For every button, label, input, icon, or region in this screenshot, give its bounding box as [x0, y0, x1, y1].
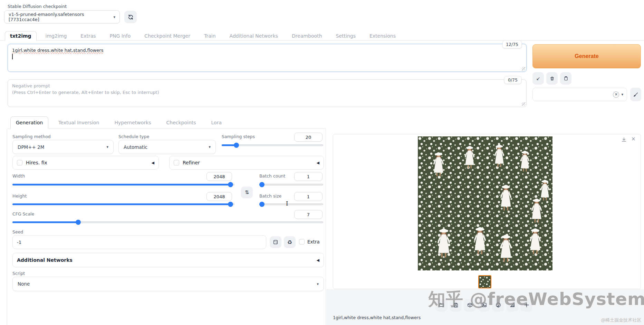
script-select[interactable]: None ▾ — [12, 277, 324, 291]
negative-prompt-placeholder-title: Negative prompt — [12, 83, 522, 89]
checkpoint-select[interactable]: v1-5-pruned-emaonly.safetensors [7731cca… — [4, 10, 120, 23]
open-folder-button[interactable] — [436, 299, 447, 311]
paste-generation-params-button[interactable]: ↙ — [532, 72, 544, 85]
schedule-type-value: Automatic — [124, 144, 147, 150]
subtab-hypernetworks[interactable]: Hypernetworks — [109, 117, 156, 128]
recycle-icon: ♻ — [287, 239, 292, 246]
sparkle-icon — [524, 302, 529, 308]
tab-extras[interactable]: Extras — [76, 31, 100, 40]
tab-extensions[interactable]: Extensions — [365, 31, 401, 40]
tab-dreambooth[interactable]: Dreambooth — [287, 31, 327, 40]
clipboard-icon — [564, 76, 568, 81]
collapse-left-icon: ◀ — [317, 258, 319, 262]
save-zip-icon — [467, 302, 473, 308]
width-input[interactable] — [206, 172, 232, 181]
random-seed-button[interactable] — [270, 236, 281, 248]
swap-width-height-button[interactable]: ⇅ — [241, 187, 253, 198]
refiner-checkbox[interactable] — [174, 160, 179, 165]
height-input[interactable] — [206, 192, 232, 201]
apply-styles-button[interactable] — [560, 72, 571, 85]
subtab-checkpoints[interactable]: Checkpoints — [161, 117, 201, 128]
batch-size-slider[interactable] — [259, 201, 323, 207]
width-label: Width — [12, 173, 25, 179]
save-image-button[interactable] — [450, 299, 461, 311]
generate-button[interactable]: Generate — [532, 44, 641, 68]
resize-handle[interactable] — [522, 102, 525, 106]
gallery-thumbnail-selected[interactable] — [478, 275, 491, 288]
prompt-tools-row: ↙ — [532, 72, 571, 85]
paintbrush-icon — [633, 92, 638, 97]
refresh-checkpoint-button[interactable] — [124, 11, 137, 23]
collapse-left-icon: ◀ — [152, 161, 154, 165]
styles-dropdown[interactable]: ✕ ▾ — [532, 88, 627, 101]
download-image-icon[interactable] — [621, 137, 627, 142]
subtab-lora[interactable]: Lora — [206, 117, 227, 128]
height-slider[interactable] — [12, 201, 234, 207]
clear-styles-icon[interactable]: ✕ — [613, 92, 619, 98]
extra-seed-label: Extra — [307, 239, 320, 245]
sampling-steps-slider[interactable] — [222, 142, 323, 148]
collapse-left-icon: ◀ — [317, 161, 319, 165]
batch-count-input[interactable] — [294, 172, 323, 181]
close-gallery-icon[interactable]: × — [631, 136, 636, 142]
batch-count-label: Batch count — [259, 173, 285, 179]
schedule-type-select[interactable]: Automatic ▾ — [118, 140, 216, 154]
chevron-down-icon: ▾ — [106, 145, 108, 149]
cfg-scale-slider[interactable] — [12, 219, 323, 225]
additional-networks-accordion[interactable]: Additional Networks ◀ — [12, 253, 324, 267]
prompt-textarea[interactable]: 1girl,white dress,white hat,stand,flower… — [8, 44, 527, 72]
send-to-img2img-icon — [481, 302, 487, 308]
hires-fix-accordion[interactable]: Hires. fix ◀ — [12, 156, 159, 170]
sampling-method-label: Sampling method — [12, 134, 51, 139]
send-to-img2img-button[interactable] — [478, 299, 490, 311]
extra-seed-checkbox[interactable] — [299, 239, 305, 245]
text-caret — [12, 54, 13, 59]
refresh-icon — [128, 14, 134, 20]
send-to-extras-button[interactable] — [507, 299, 518, 311]
subtab-generation[interactable]: Generation — [10, 116, 48, 129]
sampling-steps-label: Sampling steps — [222, 134, 255, 139]
tab-png-info[interactable]: PNG Info — [105, 31, 136, 40]
refiner-accordion[interactable]: Refiner ◀ — [169, 156, 324, 170]
tab-additional-networks[interactable]: Additional Networks — [225, 31, 283, 40]
save-zip-button[interactable] — [464, 299, 475, 311]
edit-styles-button[interactable] — [630, 88, 641, 101]
dice-icon — [273, 239, 278, 245]
tab-txt2img[interactable]: txt2img — [5, 31, 37, 41]
batch-count-slider[interactable] — [259, 182, 323, 187]
tab-settings[interactable]: Settings — [331, 31, 361, 40]
hires-fix-label: Hires. fix — [26, 160, 47, 165]
chevron-down-icon: ▾ — [317, 282, 319, 286]
swap-icon: ⇅ — [245, 189, 249, 195]
negative-prompt-placeholder-hint: (Press Ctrl+Enter to generate, Alt+Enter… — [12, 89, 522, 96]
tab-train[interactable]: Train — [199, 31, 221, 40]
generated-image[interactable] — [418, 136, 552, 270]
negative-prompt-textarea[interactable]: Negative prompt (Press Ctrl+Enter to gen… — [8, 79, 527, 107]
send-to-inpaint-button[interactable] — [492, 299, 504, 311]
batch-size-input[interactable] — [294, 192, 323, 201]
width-slider[interactable] — [12, 182, 234, 187]
additional-networks-label: Additional Networks — [17, 257, 73, 263]
save-icon — [453, 303, 458, 308]
image-caption: 1girl,white dress,white hat,stand,flower… — [333, 315, 421, 320]
sampling-method-value: DPM++ 2M — [18, 144, 44, 150]
sub-tab-bar: Generation Textual Inversion Hypernetwor… — [8, 115, 326, 129]
sampling-steps-input[interactable] — [294, 133, 323, 142]
chevron-down-icon: ▾ — [113, 15, 115, 19]
seed-input[interactable] — [12, 235, 266, 249]
hires-fix-checkbox[interactable] — [17, 160, 22, 165]
resize-handle[interactable] — [522, 67, 525, 70]
send-to-extras-icon — [510, 302, 515, 308]
clear-prompt-button[interactable] — [546, 72, 558, 85]
tab-checkpoint-merger[interactable]: Checkpoint Merger — [140, 31, 195, 40]
subtab-textual-inversion[interactable]: Textual Inversion — [53, 117, 104, 128]
cfg-scale-input[interactable] — [294, 210, 323, 219]
sampling-method-select[interactable]: DPM++ 2M ▾ — [12, 140, 114, 154]
upscale-button[interactable] — [521, 299, 532, 311]
reuse-seed-button[interactable]: ♻ — [284, 236, 296, 248]
checkpoint-label: Stable Diffusion checkpoint — [8, 4, 67, 9]
negative-token-counter: 0/75 — [504, 76, 521, 84]
chevron-down-icon: ▾ — [621, 92, 623, 97]
tab-img2img[interactable]: img2img — [41, 31, 72, 40]
trash-icon — [550, 76, 555, 81]
